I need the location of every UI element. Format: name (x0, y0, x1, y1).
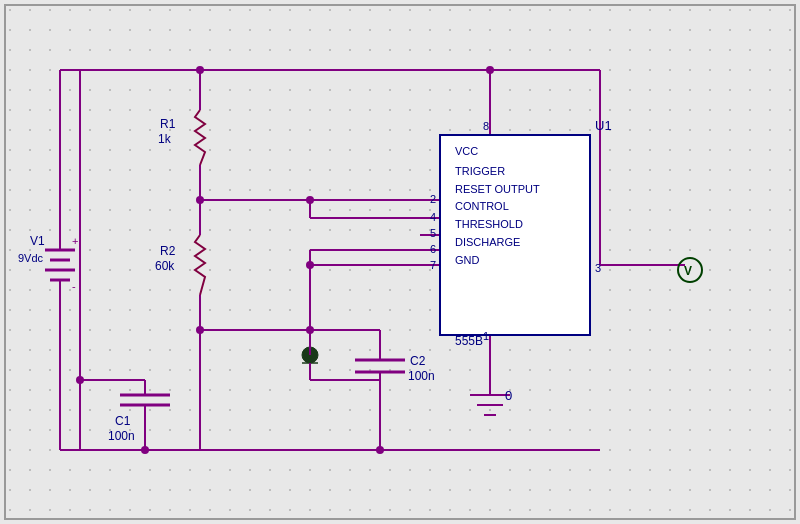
gnd-label: GND (455, 254, 480, 266)
circuit-diagram: U1 555B VCC TRIGGER RESET OUTPUT CONTROL… (0, 0, 800, 524)
pin2-num: 2 (430, 193, 436, 205)
r1-value: 1k (158, 132, 172, 146)
trigger-label: TRIGGER (455, 165, 505, 177)
voltmeter-v: V (684, 264, 692, 278)
c2-value: 100n (408, 369, 435, 383)
v1-label: V1 (30, 234, 45, 248)
u1-label: U1 (595, 118, 612, 133)
discharge-label: DISCHARGE (455, 236, 520, 248)
c1-value: 100n (108, 429, 135, 443)
c2-label: C2 (410, 354, 426, 368)
svg-point-9 (196, 66, 204, 74)
pin8-num: 8 (483, 120, 489, 132)
v1-plus: + (72, 235, 78, 247)
reset-label: RESET OUTPUT (455, 183, 540, 195)
gnd-num-label: 0 (505, 388, 512, 403)
pin4-num: 4 (430, 211, 436, 223)
svg-point-23 (306, 261, 314, 269)
vcc-label: VCC (455, 145, 478, 157)
r1-label: R1 (160, 117, 176, 131)
pin5-num: 5 (430, 227, 436, 239)
svg-point-31 (306, 196, 314, 204)
partno-label: 555B (455, 334, 483, 348)
threshold-label: THRESHOLD (455, 218, 523, 230)
r2-value: 60k (155, 259, 175, 273)
v1-value: 9Vdc (18, 252, 44, 264)
v1-minus: - (72, 280, 76, 292)
svg-point-48 (76, 376, 84, 384)
svg-point-49 (141, 446, 149, 454)
pin1-num: 1 (483, 330, 489, 342)
svg-point-40 (486, 66, 494, 74)
c1-label: C1 (115, 414, 131, 428)
r2-label: R2 (160, 244, 176, 258)
pin3-num: 3 (595, 262, 601, 274)
pin7-num: 7 (430, 259, 436, 271)
control-label: CONTROL (455, 200, 509, 212)
pin6-num: 6 (430, 243, 436, 255)
